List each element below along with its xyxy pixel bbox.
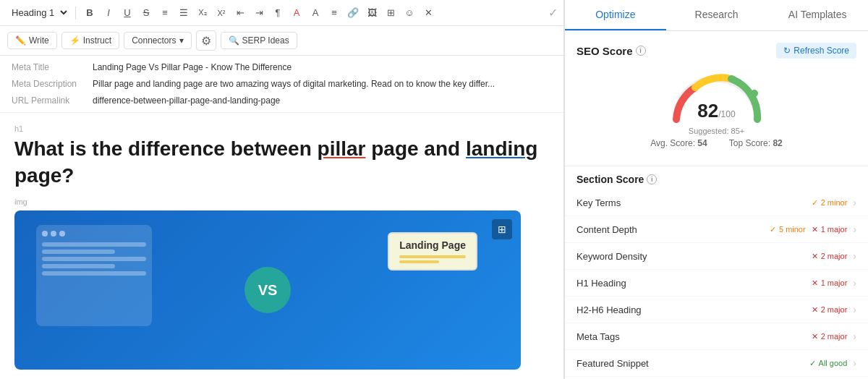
gauge-score: 82/100 (697, 100, 735, 122)
link-icon[interactable]: 🔗 (345, 5, 361, 21)
cross-icon-2: ✕ (812, 252, 818, 261)
superscript-icon[interactable]: X² (213, 5, 229, 21)
gauge-wrap: 82/100 (666, 67, 767, 125)
tab-research[interactable]: Research (666, 0, 767, 30)
meta-url-row: URL Permalink difference-between-pillar-… (12, 95, 552, 107)
content-depth-badge-text1: 5 minor (779, 225, 806, 234)
browser-line-5 (42, 271, 146, 276)
meta-title-value[interactable]: Landing Page Vs Pillar Page - Know The D… (93, 61, 552, 74)
landing-page-text: Landing Page (399, 239, 466, 251)
check-icon: ✓ (812, 198, 818, 208)
doc-heading[interactable]: What is the difference between pillar pa… (14, 136, 549, 189)
align-icon[interactable]: ≡ (326, 5, 342, 21)
h2-h6-heading-badge-text: 2 major (821, 305, 848, 314)
avg-label: Avg. Score: (650, 138, 695, 148)
top-value: 82 (773, 138, 782, 148)
landing-page-box: Landing Page (388, 232, 477, 271)
indent-icon[interactable]: ⇥ (251, 5, 267, 21)
refresh-label: Refresh Score (793, 46, 849, 56)
write-button[interactable]: ✏️ Write (7, 32, 57, 49)
check-icon-2: ✓ (770, 225, 776, 234)
chevron-right-icon-2: › (853, 223, 856, 235)
meta-tags-label: Meta Tags (576, 331, 812, 342)
browser-line-2 (42, 250, 115, 254)
chevron-right-icon-4: › (853, 277, 856, 289)
gauge-suggested: Suggested: 85+ (689, 127, 744, 135)
image-insert-icon[interactable]: 🖼 (364, 5, 380, 21)
featured-snippet-badge: ✓ All good (809, 359, 848, 368)
write-label: Write (29, 35, 49, 46)
meta-section: Meta Title Landing Page Vs Pillar Page -… (0, 56, 563, 113)
chevron-right-icon: › (853, 197, 856, 208)
key-terms-badge-text: 2 minor (821, 198, 848, 207)
right-panel: Optimize Research AI Templates SEO Score… (564, 0, 868, 379)
browser-dots (42, 231, 146, 237)
heading-select[interactable]: Heading 1Heading 2Heading 3Normal (6, 5, 69, 20)
h2-h6-heading-badge: ✕ 2 major (812, 305, 848, 315)
bullet-list-icon[interactable]: ≡ (157, 5, 173, 21)
score-list: Key Terms ✓ 2 minor › Content Depth ✓ 5 … (565, 190, 868, 379)
avg-value: 54 (697, 138, 707, 148)
refresh-score-button[interactable]: ↻ Refresh Score (776, 43, 856, 59)
score-item-featured-snippet[interactable]: Featured Snippet ✓ All good › (565, 350, 868, 377)
score-item-h2-h6-heading[interactable]: H2-H6 Heading ✕ 2 major › (565, 297, 868, 323)
svg-point-0 (751, 90, 758, 97)
secondary-toolbar: ✏️ Write ⚡ Instruct Connectors ▾ ⚙ 🔍 SER… (0, 26, 563, 56)
content-depth-badge-text2: 1 major (821, 225, 848, 234)
subscript-icon[interactable]: X₂ (195, 5, 210, 21)
chevron-right-icon-5: › (853, 304, 856, 315)
refresh-icon: ↻ (783, 46, 791, 56)
seo-info-icon[interactable]: i (636, 46, 646, 56)
img-label: img (14, 197, 549, 206)
settings-button[interactable]: ⚙ (196, 30, 216, 51)
meta-tags-badge: ✕ 2 major (812, 332, 848, 341)
serp-ideas-button[interactable]: 🔍 SERP Ideas (221, 32, 297, 49)
avg-top-row: Avg. Score: 54 Top Score: 82 (650, 138, 783, 148)
vs-circle: VS (244, 267, 291, 313)
bold-icon[interactable]: B (82, 5, 98, 21)
key-terms-badge: ✓ 2 minor (812, 198, 848, 208)
chevron-right-icon-6: › (853, 331, 856, 342)
top-toolbar: Heading 1Heading 2Heading 3Normal B I U … (0, 0, 563, 26)
content-area[interactable]: h1 What is the difference between pillar… (0, 113, 563, 379)
doc-label: h1 (14, 124, 549, 133)
emoji-icon[interactable]: ☺ (401, 5, 417, 21)
search-icon: 🔍 (229, 35, 239, 46)
content-depth-badge2: ✕ 1 major (812, 225, 848, 234)
ordered-list-icon[interactable]: ☰ (176, 5, 192, 21)
featured-snippet-label: Featured Snippet (576, 358, 809, 369)
score-item-h1-heading[interactable]: H1 Heading ✕ 1 major › (565, 270, 868, 297)
instruct-button[interactable]: ⚡ Instruct (61, 32, 119, 49)
meta-description-value[interactable]: Pillar page and landing page are two ama… (93, 78, 552, 90)
section-score-info-icon[interactable]: i (647, 174, 657, 184)
outdent-icon[interactable]: ⇤ (232, 5, 248, 21)
score-item-content-depth[interactable]: Content Depth ✓ 5 minor ✕ 1 major › (565, 216, 868, 243)
score-item-key-terms[interactable]: Key Terms ✓ 2 minor › (565, 190, 868, 216)
browser-window-left (36, 225, 152, 326)
connectors-button[interactable]: Connectors ▾ (124, 32, 191, 49)
italic-icon[interactable]: I (101, 5, 116, 21)
top-score: Top Score: 82 (729, 138, 783, 148)
h1-heading-label: H1 Heading (576, 278, 812, 289)
check-icon-3: ✓ (809, 359, 816, 368)
chevron-right-icon-3: › (853, 250, 856, 262)
underline-icon[interactable]: U (119, 5, 135, 21)
keyword-density-badge: ✕ 2 major (812, 252, 848, 261)
table-icon[interactable]: ⊞ (383, 5, 399, 21)
paragraph-icon[interactable]: ¶ (270, 5, 286, 21)
tab-optimize[interactable]: Optimize (565, 0, 666, 30)
score-item-meta-tags[interactable]: Meta Tags ✕ 2 major › (565, 323, 868, 350)
key-terms-label: Key Terms (576, 197, 812, 208)
meta-url-value[interactable]: difference-between-pillar-page-and-landi… (93, 95, 552, 107)
font-color-icon[interactable]: A (289, 5, 305, 21)
clear-format-icon[interactable]: ✕ (420, 5, 436, 21)
score-item-keyword-density[interactable]: Keyword Density ✕ 2 major › (565, 243, 868, 270)
h1-heading-badge-text: 1 major (821, 278, 848, 287)
highlight-icon[interactable]: A (307, 5, 323, 21)
serp-label: SERP Ideas (242, 35, 289, 46)
h1-heading-badge: ✕ 1 major (812, 278, 848, 288)
cross-icon-5: ✕ (812, 332, 818, 341)
connectors-label: Connectors (132, 35, 176, 46)
tab-ai-templates[interactable]: AI Templates (767, 0, 868, 30)
strikethrough-icon[interactable]: S (138, 5, 154, 21)
